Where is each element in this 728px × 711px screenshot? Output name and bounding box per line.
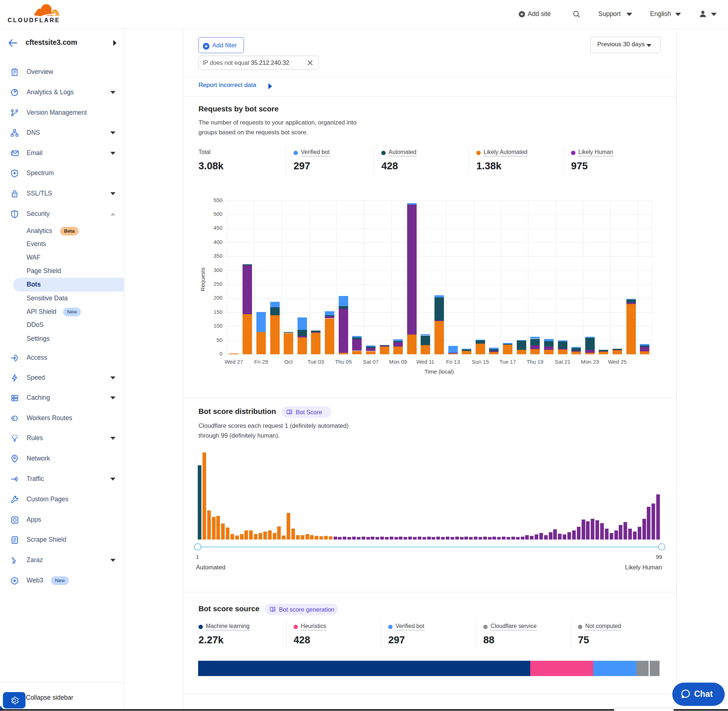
svg-text:CLOUDFLARE: CLOUDFLARE	[7, 17, 60, 23]
